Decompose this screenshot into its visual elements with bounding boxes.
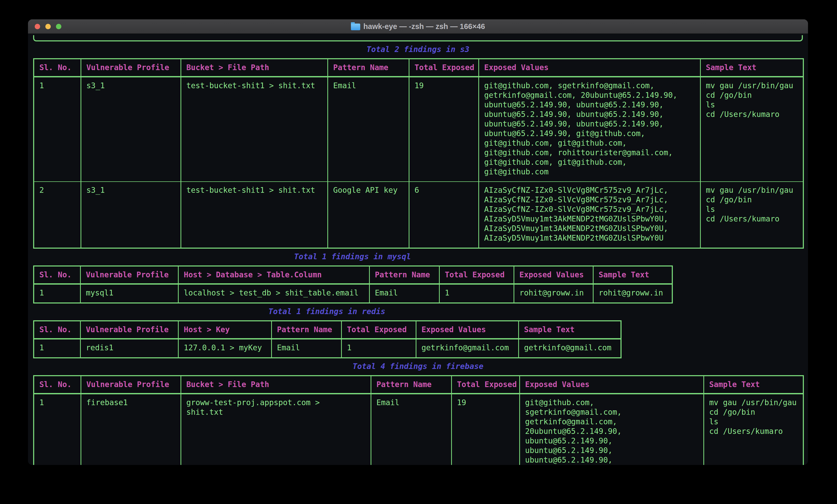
column-header-host-database-column: Host > Database > Table.Column [178, 266, 369, 284]
column-header-sample-text: Sample Text [518, 321, 621, 339]
cell-bucket-file-path: test-bucket-shit1 > shit.txt [181, 77, 327, 182]
column-header-bucket-file-path: Bucket > File Path [181, 376, 371, 394]
cell-bucket-file-path: groww-test-proj.appspot.com > shit.txt [181, 394, 371, 465]
fullscreen-button[interactable] [56, 24, 61, 29]
window-title: hawk-eye — -zsh — zsh — 166×46 [363, 22, 485, 31]
cell-sl-no: 1 [34, 284, 80, 303]
column-header-pattern-name: Pattern Name [369, 266, 439, 284]
titlebar[interactable]: hawk-eye — -zsh — zsh — 166×46 [28, 19, 808, 34]
column-header-total-exposed: Total Exposed [341, 321, 416, 339]
cell-vulnerable-profile: mysql1 [80, 284, 178, 303]
cell-sample-text: mv gau /usr/bin/gau cd /go/bin ls cd /Us… [700, 182, 803, 248]
close-button[interactable] [35, 24, 40, 29]
section-heading-mysql: Total 1 findings in mysql [33, 252, 672, 261]
column-header-vulnerable-profile: Vulnerable Profile [81, 59, 181, 77]
table-header-row: Sl. No. Vulnerable Profile Bucket > File… [34, 59, 803, 77]
cell-sl-no: 2 [34, 182, 81, 248]
cell-sample-text: getrkinfo@gmail.com [518, 339, 621, 358]
column-header-exposed-values: Exposed Values [514, 266, 593, 284]
cell-total-exposed: 6 [409, 182, 479, 248]
column-header-total-exposed: Total Exposed [451, 376, 519, 394]
cell-sample-text: mv gau /usr/bin/gau cd /go/bin ls cd /Us… [704, 394, 803, 465]
cell-total-exposed: 19 [409, 77, 479, 182]
column-header-total-exposed: Total Exposed [439, 266, 514, 284]
previous-panel-bottom-border [33, 35, 803, 41]
cell-pattern-name: Google API key [327, 182, 409, 248]
column-header-sample-text: Sample Text [700, 59, 803, 77]
table-row: 1 firebase1 groww-test-proj.appspot.com … [34, 394, 803, 465]
table-header-row: Sl. No. Vulnerable Profile Host > Key Pa… [34, 321, 621, 339]
column-header-host-key: Host > Key [178, 321, 271, 339]
cell-host-key: 127.0.0.1 > myKey [178, 339, 271, 358]
table-row: 1 mysql1 localhost > test_db > shit_tabl… [34, 284, 672, 303]
findings-table-s3: Sl. No. Vulnerable Profile Bucket > File… [33, 58, 804, 249]
column-header-vulnerable-profile: Vulnerable Profile [81, 376, 181, 394]
column-header-total-exposed: Total Exposed [409, 59, 479, 77]
cell-pattern-name: Email [271, 339, 341, 358]
cell-exposed-values: git@github.com, sgetrkinfo@gmail.com, ge… [519, 394, 704, 465]
cell-sl-no: 1 [34, 77, 81, 182]
cell-vulnerable-profile: redis1 [80, 339, 178, 358]
column-header-exposed-values: Exposed Values [519, 376, 704, 394]
cell-vulnerable-profile: s3_1 [81, 182, 181, 248]
section-firebase: Total 4 findings in firebase Sl. No. Vul… [33, 361, 803, 465]
table-header-row: Sl. No. Vulnerable Profile Host > Databa… [34, 266, 672, 284]
section-heading-redis: Total 1 findings in redis [33, 306, 621, 316]
cell-exposed-values: rohit@groww.in [514, 284, 593, 303]
terminal-window: hawk-eye — -zsh — zsh — 166×46 Total 2 f… [28, 19, 808, 465]
column-header-sample-text: Sample Text [593, 266, 672, 284]
column-header-vulnerable-profile: Vulnerable Profile [80, 266, 178, 284]
column-header-sample-text: Sample Text [704, 376, 803, 394]
cell-host-database-column: localhost > test_db > shit_table.email [178, 284, 369, 303]
column-header-sl-no: Sl. No. [34, 59, 81, 77]
column-header-vulnerable-profile: Vulnerable Profile [80, 321, 178, 339]
cell-vulnerable-profile: firebase1 [81, 394, 181, 465]
minimize-button[interactable] [45, 24, 51, 29]
cell-exposed-values: AIzaSyCfNZ-IZx0-SlVcVg8MCr575zv9_Ar7jLc,… [479, 182, 700, 248]
traffic-lights [35, 19, 61, 33]
table-row: 1 redis1 127.0.0.1 > myKey Email 1 getrk… [34, 339, 621, 358]
cell-pattern-name: Email [327, 77, 409, 182]
terminal-screen[interactable]: Total 2 findings in s3 Sl. No. Vulnerabl… [28, 34, 808, 465]
table-row: 2 s3_1 test-bucket-shit1 > shit.txt Goog… [34, 182, 803, 248]
cell-pattern-name: Email [371, 394, 451, 465]
cell-pattern-name: Email [369, 284, 439, 303]
table-row: 1 s3_1 test-bucket-shit1 > shit.txt Emai… [34, 77, 803, 182]
cell-total-exposed: 1 [439, 284, 514, 303]
cell-total-exposed: 1 [341, 339, 416, 358]
findings-table-mysql: Sl. No. Vulnerable Profile Host > Databa… [33, 265, 673, 303]
folder-icon [351, 23, 360, 30]
column-header-pattern-name: Pattern Name [271, 321, 341, 339]
section-heading-firebase: Total 4 findings in firebase [33, 361, 803, 371]
column-header-exposed-values: Exposed Values [416, 321, 518, 339]
table-header-row: Sl. No. Vulnerable Profile Bucket > File… [34, 376, 803, 394]
cell-exposed-values: getrkinfo@gmail.com [416, 339, 518, 358]
findings-table-redis: Sl. No. Vulnerable Profile Host > Key Pa… [33, 320, 622, 358]
section-s3: Total 2 findings in s3 Sl. No. Vulnerabl… [33, 44, 803, 249]
cell-bucket-file-path: test-bucket-shit1 > shit.txt [181, 182, 327, 248]
cell-sl-no: 1 [34, 394, 81, 465]
column-header-sl-no: Sl. No. [34, 321, 80, 339]
cell-vulnerable-profile: s3_1 [81, 77, 181, 182]
findings-table-firebase: Sl. No. Vulnerable Profile Bucket > File… [33, 375, 804, 465]
section-mysql: Total 1 findings in mysql Sl. No. Vulner… [33, 252, 803, 303]
window-title-area: hawk-eye — -zsh — zsh — 166×46 [351, 22, 485, 31]
column-header-bucket-file-path: Bucket > File Path [181, 59, 327, 77]
section-heading-s3: Total 2 findings in s3 [33, 44, 803, 54]
column-header-sl-no: Sl. No. [34, 376, 81, 394]
column-header-pattern-name: Pattern Name [371, 376, 451, 394]
column-header-pattern-name: Pattern Name [327, 59, 409, 77]
column-header-exposed-values: Exposed Values [479, 59, 700, 77]
cell-sample-text: mv gau /usr/bin/gau cd /go/bin ls cd /Us… [700, 77, 803, 182]
section-redis: Total 1 findings in redis Sl. No. Vulner… [33, 306, 803, 358]
cell-sl-no: 1 [34, 339, 80, 358]
cell-exposed-values: git@github.com, sgetrkinfo@gmail.com, ge… [479, 77, 700, 182]
cell-sample-text: rohit@groww.in [593, 284, 672, 303]
cell-total-exposed: 19 [451, 394, 519, 465]
column-header-sl-no: Sl. No. [34, 266, 80, 284]
